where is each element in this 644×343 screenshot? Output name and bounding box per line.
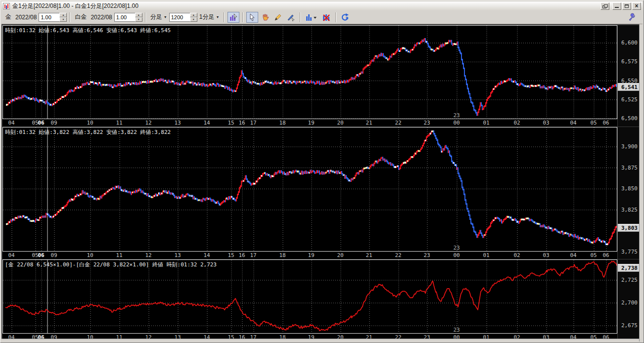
- x-tick-label: 11: [116, 120, 122, 126]
- gold-multiplier-input[interactable]: [39, 13, 59, 22]
- x-tick-label: 02: [513, 252, 520, 258]
- bar-count-input[interactable]: [169, 13, 190, 22]
- x-tick-label: 20: [337, 252, 343, 258]
- pencil-tool-button[interactable]: [272, 12, 284, 23]
- window-bottom-frame: [1, 339, 639, 342]
- x-tick-label: 11: [116, 252, 122, 258]
- last-price-badge-gold-1min: 6,541: [618, 83, 639, 91]
- y-tick-label: 6,525: [621, 96, 638, 103]
- x-tick-label: 14: [203, 120, 210, 126]
- minimize-button[interactable]: [612, 2, 621, 10]
- toolbar-separator: [224, 12, 225, 22]
- interval-dropdown[interactable]: 1分足▼: [197, 12, 222, 22]
- x-tick-label: 17: [250, 252, 256, 258]
- y-tick-label: 3,825: [621, 207, 638, 213]
- plot-platinum-1min[interactable]: 23時刻:01:32 始値:3,822 高値:3,822 安値:3,822 終値…: [2, 127, 617, 252]
- chevron-down-icon: ▼: [216, 15, 219, 19]
- platinum-multiplier-stepper[interactable]: ▲▼: [135, 13, 142, 22]
- settings-wrench-button[interactable]: [626, 12, 638, 23]
- x-tick-label: 10: [87, 252, 93, 258]
- x-tick-label: 19: [308, 252, 314, 258]
- pencil-icon: [274, 13, 282, 22]
- y-tick-label: 3,875: [621, 165, 638, 171]
- svg-text:23: 23: [453, 112, 460, 119]
- platinum-multiplier-input[interactable]: [114, 13, 135, 22]
- bar-count-stepper[interactable]: ▲▼: [190, 13, 197, 22]
- x-tick-label: 12: [145, 252, 151, 258]
- x-tick-label: 06: [38, 120, 44, 126]
- x-tick-label: 09: [50, 252, 57, 258]
- platinum-label: 白金: [75, 13, 87, 21]
- x-tick-label: 21: [366, 252, 372, 258]
- svg-text:B: B: [346, 16, 348, 20]
- chart-type-dropdown[interactable]: 分足▼: [148, 12, 169, 22]
- toolbar-separator: [145, 12, 146, 22]
- x-tick-label: 22: [395, 252, 401, 258]
- info-readout-platinum-1min: 時刻:01:32 始値:3,822 高値:3,822 安値:3,822 終値:3…: [5, 129, 171, 136]
- y-tick-label: 3,775: [621, 249, 638, 255]
- pointer-icon: [248, 13, 257, 22]
- cascade-window-button[interactable]: [600, 2, 609, 10]
- x-tick-label: 20: [337, 120, 343, 126]
- bar-chart-icon: [305, 13, 318, 22]
- x-tick-label: 14: [203, 252, 210, 258]
- chart-select-mode-button[interactable]: [228, 12, 239, 23]
- toolbar-separator: [242, 12, 243, 22]
- y-tick-label: 6,575: [621, 58, 638, 65]
- toolbar-separator: [335, 12, 336, 22]
- gold-label: 金: [5, 13, 11, 21]
- x-tick-label: 15: [228, 120, 234, 126]
- x-tick-label: 23: [423, 120, 430, 126]
- close-button[interactable]: ×: [632, 2, 641, 10]
- x-tick-label: 23: [423, 252, 430, 258]
- info-readout-gold-1min: 時刻:01:32 始値:6,543 高値:6,546 安値:6,543 終値:6…: [5, 27, 171, 34]
- chart-pointer-icon: [229, 13, 238, 22]
- x-axis-platinum-1min: 0405060910111213141516171819202122230001…: [2, 252, 617, 259]
- last-price-badge-platinum-1min: 3,803: [618, 224, 639, 232]
- x-tick-label: 04: [570, 120, 576, 126]
- y-tick-label: 6,600: [621, 40, 638, 46]
- y-tick-label: 2,675: [621, 322, 638, 329]
- chevron-down-icon: ▼: [164, 15, 167, 19]
- hand-icon: [261, 13, 270, 22]
- x-tick-label: 05: [590, 252, 597, 258]
- x-tick-label: 15: [228, 252, 234, 258]
- x-tick-label: 04: [8, 120, 14, 126]
- gold-multiplier-stepper[interactable]: ▲▼: [59, 13, 67, 22]
- plot-gold-1min[interactable]: 23時刻:01:32 始値:6,543 高値:6,546 安値:6,543 終値…: [2, 25, 617, 119]
- hand-tool-button[interactable]: [259, 12, 271, 23]
- maximize-button[interactable]: [622, 2, 631, 10]
- pointer-tool-button[interactable]: [246, 12, 258, 23]
- x-tick-label: 06: [602, 120, 609, 126]
- wand-icon: [286, 13, 295, 22]
- x-tick-label: 00: [453, 120, 460, 126]
- y-tick-label: 3,900: [621, 143, 638, 150]
- x-tick-label: 21: [366, 120, 372, 126]
- drawing-tool-button[interactable]: [285, 12, 297, 23]
- x-tick-label: 03: [543, 252, 549, 258]
- x-tick-label: 06: [38, 252, 44, 258]
- refresh-button[interactable]: B: [339, 12, 351, 23]
- x-tick-label: 04: [570, 252, 576, 258]
- delete-cross-icon: [322, 13, 331, 22]
- y-axis-gold-1min: 6,6006,5756,5506,5256,5006,541: [618, 25, 639, 127]
- window-title: 金1分足[2022/08]1.00 - 白金1分足[2022/08]1.00: [12, 2, 138, 10]
- platinum-month: 2022/08: [91, 14, 112, 21]
- title-bar: 金1分足[2022/08]1.00 - 白金1分足[2022/08]1.00 ×: [1, 1, 643, 10]
- x-tick-label: 12: [145, 120, 151, 126]
- delete-indicator-button[interactable]: [321, 12, 332, 23]
- info-readout-spread-gold-minus-platinum: [金 22/08 6,545×1.00]-[白金 22/08 3,822×1.0…: [5, 261, 217, 268]
- x-tick-label: 10: [87, 120, 93, 126]
- chart-style-dropdown-button[interactable]: [304, 12, 320, 23]
- svg-text:23: 23: [453, 327, 460, 333]
- y-axis-spread-gold-minus-platinum: 2,7252,7002,6752,738: [618, 259, 639, 341]
- toolbar-separator: [300, 12, 301, 22]
- x-tick-label: 16: [238, 120, 245, 126]
- plot-spread-gold-minus-platinum[interactable]: 23[金 22/08 6,545×1.00]-[白金 22/08 3,822×1…: [2, 259, 617, 334]
- x-tick-label: 00: [453, 252, 460, 258]
- y-tick-label: 3,850: [621, 185, 638, 192]
- x-tick-label: 22: [395, 120, 401, 126]
- x-tick-label: 06: [602, 252, 609, 258]
- x-tick-label: 03: [543, 120, 549, 126]
- y-axis-platinum-1min: 3,9003,8753,8503,8253,7753,803: [618, 127, 639, 259]
